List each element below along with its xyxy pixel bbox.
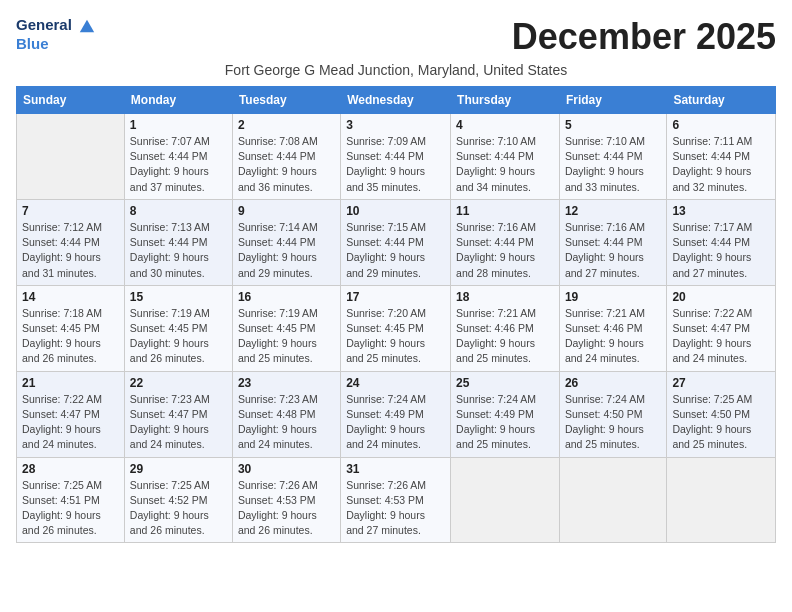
day-number: 6 xyxy=(672,118,770,132)
calendar-cell: 2Sunrise: 7:08 AM Sunset: 4:44 PM Daylig… xyxy=(232,114,340,200)
calendar-cell: 9Sunrise: 7:14 AM Sunset: 4:44 PM Daylig… xyxy=(232,199,340,285)
col-sunday: Sunday xyxy=(17,87,125,114)
top-section: General Blue December 2025 xyxy=(16,16,776,58)
calendar-week-row: 14Sunrise: 7:18 AM Sunset: 4:45 PM Dayli… xyxy=(17,285,776,371)
day-number: 29 xyxy=(130,462,227,476)
day-number: 3 xyxy=(346,118,445,132)
logo: General Blue xyxy=(16,16,96,53)
calendar-cell xyxy=(667,457,776,543)
day-info: Sunrise: 7:22 AM Sunset: 4:47 PM Dayligh… xyxy=(22,392,119,453)
col-wednesday: Wednesday xyxy=(341,87,451,114)
calendar-cell: 29Sunrise: 7:25 AM Sunset: 4:52 PM Dayli… xyxy=(124,457,232,543)
calendar-cell: 23Sunrise: 7:23 AM Sunset: 4:48 PM Dayli… xyxy=(232,371,340,457)
day-number: 18 xyxy=(456,290,554,304)
calendar-cell: 4Sunrise: 7:10 AM Sunset: 4:44 PM Daylig… xyxy=(451,114,560,200)
day-number: 14 xyxy=(22,290,119,304)
day-number: 26 xyxy=(565,376,661,390)
day-number: 1 xyxy=(130,118,227,132)
day-info: Sunrise: 7:08 AM Sunset: 4:44 PM Dayligh… xyxy=(238,134,335,195)
day-info: Sunrise: 7:15 AM Sunset: 4:44 PM Dayligh… xyxy=(346,220,445,281)
col-thursday: Thursday xyxy=(451,87,560,114)
calendar-cell: 31Sunrise: 7:26 AM Sunset: 4:53 PM Dayli… xyxy=(341,457,451,543)
day-number: 23 xyxy=(238,376,335,390)
calendar-cell: 26Sunrise: 7:24 AM Sunset: 4:50 PM Dayli… xyxy=(559,371,666,457)
calendar-week-row: 1Sunrise: 7:07 AM Sunset: 4:44 PM Daylig… xyxy=(17,114,776,200)
day-number: 8 xyxy=(130,204,227,218)
day-number: 16 xyxy=(238,290,335,304)
svg-marker-0 xyxy=(80,20,94,33)
day-number: 24 xyxy=(346,376,445,390)
day-info: Sunrise: 7:17 AM Sunset: 4:44 PM Dayligh… xyxy=(672,220,770,281)
col-saturday: Saturday xyxy=(667,87,776,114)
col-tuesday: Tuesday xyxy=(232,87,340,114)
day-number: 9 xyxy=(238,204,335,218)
logo-text: General Blue xyxy=(16,16,96,53)
day-info: Sunrise: 7:14 AM Sunset: 4:44 PM Dayligh… xyxy=(238,220,335,281)
day-number: 4 xyxy=(456,118,554,132)
calendar-cell: 27Sunrise: 7:25 AM Sunset: 4:50 PM Dayli… xyxy=(667,371,776,457)
day-info: Sunrise: 7:12 AM Sunset: 4:44 PM Dayligh… xyxy=(22,220,119,281)
day-number: 31 xyxy=(346,462,445,476)
day-number: 25 xyxy=(456,376,554,390)
day-info: Sunrise: 7:19 AM Sunset: 4:45 PM Dayligh… xyxy=(238,306,335,367)
day-info: Sunrise: 7:22 AM Sunset: 4:47 PM Dayligh… xyxy=(672,306,770,367)
day-info: Sunrise: 7:23 AM Sunset: 4:48 PM Dayligh… xyxy=(238,392,335,453)
day-info: Sunrise: 7:23 AM Sunset: 4:47 PM Dayligh… xyxy=(130,392,227,453)
day-number: 30 xyxy=(238,462,335,476)
month-title: December 2025 xyxy=(512,16,776,58)
day-info: Sunrise: 7:16 AM Sunset: 4:44 PM Dayligh… xyxy=(565,220,661,281)
calendar-cell: 5Sunrise: 7:10 AM Sunset: 4:44 PM Daylig… xyxy=(559,114,666,200)
day-number: 7 xyxy=(22,204,119,218)
col-friday: Friday xyxy=(559,87,666,114)
calendar-cell: 19Sunrise: 7:21 AM Sunset: 4:46 PM Dayli… xyxy=(559,285,666,371)
day-number: 12 xyxy=(565,204,661,218)
day-number: 2 xyxy=(238,118,335,132)
calendar-cell: 16Sunrise: 7:19 AM Sunset: 4:45 PM Dayli… xyxy=(232,285,340,371)
calendar-cell: 28Sunrise: 7:25 AM Sunset: 4:51 PM Dayli… xyxy=(17,457,125,543)
calendar-cell: 7Sunrise: 7:12 AM Sunset: 4:44 PM Daylig… xyxy=(17,199,125,285)
col-monday: Monday xyxy=(124,87,232,114)
calendar-cell: 1Sunrise: 7:07 AM Sunset: 4:44 PM Daylig… xyxy=(124,114,232,200)
day-info: Sunrise: 7:25 AM Sunset: 4:50 PM Dayligh… xyxy=(672,392,770,453)
day-info: Sunrise: 7:19 AM Sunset: 4:45 PM Dayligh… xyxy=(130,306,227,367)
day-info: Sunrise: 7:10 AM Sunset: 4:44 PM Dayligh… xyxy=(565,134,661,195)
location-title: Fort George G Mead Junction, Maryland, U… xyxy=(16,62,776,78)
calendar-cell: 17Sunrise: 7:20 AM Sunset: 4:45 PM Dayli… xyxy=(341,285,451,371)
calendar-cell: 24Sunrise: 7:24 AM Sunset: 4:49 PM Dayli… xyxy=(341,371,451,457)
day-info: Sunrise: 7:07 AM Sunset: 4:44 PM Dayligh… xyxy=(130,134,227,195)
day-info: Sunrise: 7:25 AM Sunset: 4:52 PM Dayligh… xyxy=(130,478,227,539)
day-info: Sunrise: 7:21 AM Sunset: 4:46 PM Dayligh… xyxy=(565,306,661,367)
logo-icon xyxy=(78,17,96,35)
calendar-cell: 18Sunrise: 7:21 AM Sunset: 4:46 PM Dayli… xyxy=(451,285,560,371)
day-number: 17 xyxy=(346,290,445,304)
day-number: 28 xyxy=(22,462,119,476)
calendar-cell: 12Sunrise: 7:16 AM Sunset: 4:44 PM Dayli… xyxy=(559,199,666,285)
day-info: Sunrise: 7:13 AM Sunset: 4:44 PM Dayligh… xyxy=(130,220,227,281)
calendar-cell: 15Sunrise: 7:19 AM Sunset: 4:45 PM Dayli… xyxy=(124,285,232,371)
day-info: Sunrise: 7:16 AM Sunset: 4:44 PM Dayligh… xyxy=(456,220,554,281)
calendar-cell: 8Sunrise: 7:13 AM Sunset: 4:44 PM Daylig… xyxy=(124,199,232,285)
calendar-cell: 10Sunrise: 7:15 AM Sunset: 4:44 PM Dayli… xyxy=(341,199,451,285)
header-row: Sunday Monday Tuesday Wednesday Thursday… xyxy=(17,87,776,114)
day-info: Sunrise: 7:26 AM Sunset: 4:53 PM Dayligh… xyxy=(346,478,445,539)
day-number: 15 xyxy=(130,290,227,304)
day-number: 13 xyxy=(672,204,770,218)
calendar-week-row: 21Sunrise: 7:22 AM Sunset: 4:47 PM Dayli… xyxy=(17,371,776,457)
calendar-cell: 22Sunrise: 7:23 AM Sunset: 4:47 PM Dayli… xyxy=(124,371,232,457)
day-number: 27 xyxy=(672,376,770,390)
calendar-cell: 13Sunrise: 7:17 AM Sunset: 4:44 PM Dayli… xyxy=(667,199,776,285)
calendar-cell xyxy=(17,114,125,200)
day-info: Sunrise: 7:24 AM Sunset: 4:49 PM Dayligh… xyxy=(456,392,554,453)
day-info: Sunrise: 7:24 AM Sunset: 4:49 PM Dayligh… xyxy=(346,392,445,453)
day-info: Sunrise: 7:11 AM Sunset: 4:44 PM Dayligh… xyxy=(672,134,770,195)
day-number: 21 xyxy=(22,376,119,390)
day-info: Sunrise: 7:10 AM Sunset: 4:44 PM Dayligh… xyxy=(456,134,554,195)
day-info: Sunrise: 7:24 AM Sunset: 4:50 PM Dayligh… xyxy=(565,392,661,453)
day-info: Sunrise: 7:09 AM Sunset: 4:44 PM Dayligh… xyxy=(346,134,445,195)
day-info: Sunrise: 7:20 AM Sunset: 4:45 PM Dayligh… xyxy=(346,306,445,367)
day-number: 22 xyxy=(130,376,227,390)
calendar-cell: 20Sunrise: 7:22 AM Sunset: 4:47 PM Dayli… xyxy=(667,285,776,371)
calendar-table: Sunday Monday Tuesday Wednesday Thursday… xyxy=(16,86,776,543)
calendar-cell xyxy=(451,457,560,543)
calendar-cell: 3Sunrise: 7:09 AM Sunset: 4:44 PM Daylig… xyxy=(341,114,451,200)
